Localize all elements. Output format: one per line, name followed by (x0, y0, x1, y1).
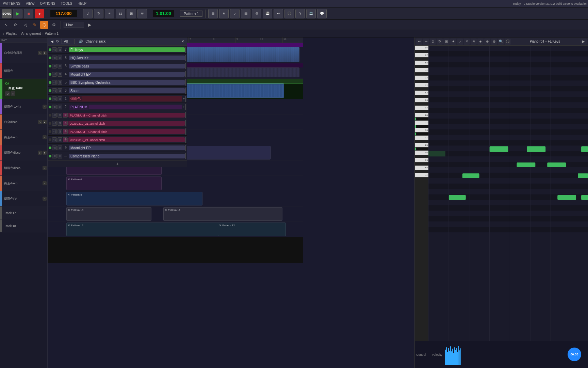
channel-row-4[interactable]: ◁ ◎ 5 BBC Symphony Orchestra (48, 78, 187, 87)
piano-roll-btn[interactable]: ♪ (230, 9, 240, 18)
track-row-0[interactable]: 白金综合科料 ▷ ● (0, 43, 47, 63)
ch-knob-11[interactable]: ⚙ (63, 137, 68, 142)
mixer-btn[interactable]: ≊ (219, 9, 229, 18)
ch-solo-4[interactable]: ◎ (58, 80, 62, 85)
ch-mute-1[interactable]: ◁ (52, 56, 57, 60)
track-row-7[interactable]: 烟雨色disco ◦ (0, 160, 47, 176)
track-ctrl-7[interactable]: ◦ (43, 166, 47, 170)
stop-btn[interactable]: ■ (24, 9, 33, 18)
ch-mute-0[interactable]: ◁ (52, 47, 57, 52)
track-row-11[interactable]: Track 18 (0, 219, 47, 232)
key-E5[interactable]: E5 (415, 143, 428, 148)
breadcrumb-pattern[interactable]: Pattern 1 (45, 32, 59, 35)
ch-mute-8[interactable]: ◁ (52, 113, 57, 118)
vel-bar-2[interactable] (447, 352, 448, 365)
ch-solo-11[interactable]: ◎ (58, 137, 62, 142)
key-Eb5[interactable] (415, 148, 428, 151)
vel-bar-5[interactable] (450, 346, 451, 365)
vel-bar-3[interactable] (448, 348, 449, 365)
pr-redo[interactable]: ↪ (423, 39, 429, 45)
track9-block[interactable]: ✕ Pattern 8 (66, 192, 202, 205)
line-mode-selector[interactable]: Line (64, 22, 84, 28)
vel-bar-8[interactable] (453, 353, 454, 365)
key-B6[interactable]: B6 (415, 61, 428, 65)
plugin-btn[interactable]: ⚙ (252, 9, 261, 18)
pr-wand[interactable]: ✦ (450, 39, 456, 45)
bpm-display[interactable]: 117.000 (50, 10, 77, 17)
key-D7[interactable]: D7 (415, 46, 428, 50)
ch-mute-7[interactable]: ◁ (52, 105, 57, 109)
pr-undo[interactable]: ↩ (416, 39, 422, 45)
note-fs5-1[interactable] (462, 173, 479, 178)
pattern-selector[interactable]: Pattern 1 (180, 11, 203, 17)
save-btn[interactable]: 💾 (263, 9, 272, 18)
track10-block-b[interactable]: ✕ Pattern 11 (163, 207, 282, 221)
track-vol-2[interactable]: ≡ (11, 91, 15, 96)
ch-name-bar-2[interactable]: Simple bass (69, 64, 185, 68)
track-row-8[interactable]: 白金disco ◦ (0, 176, 47, 191)
note-ds5-2[interactable] (557, 195, 576, 200)
ch-mute-5[interactable]: ◁ (52, 88, 57, 93)
grid-btn[interactable]: ⊞ (127, 9, 136, 18)
pr-x[interactable]: ✕ (464, 39, 470, 45)
track8-block[interactable]: ✕ Pattern 6 (66, 177, 162, 190)
key-Bb6[interactable] (415, 65, 428, 68)
ch-name-bar-12[interactable]: Moonlight EP (69, 145, 185, 150)
track-row-5[interactable]: 白金disco ◦ (0, 130, 47, 145)
key-B6s[interactable] (415, 58, 428, 61)
channel-row-6[interactable]: ◁ ◎ 1 烟雨色 + (48, 95, 187, 103)
menu-help[interactable]: HELP (76, 1, 88, 6)
ch-mute-6[interactable]: ◁ (52, 96, 57, 101)
key-F5[interactable]: F5 (415, 136, 428, 140)
key-D5[interactable]: D5 (415, 151, 428, 155)
ch-solo-8[interactable]: ◎ (58, 113, 62, 118)
nudge-btn[interactable]: ◁ (21, 21, 29, 29)
pr-loop[interactable]: ↻ (437, 39, 443, 45)
key-B5[interactable]: B5 (415, 113, 428, 118)
ch-name-bar-10[interactable]: PLATINUM – Channel pitch (68, 129, 185, 134)
chat-btn[interactable]: 💬 (317, 9, 327, 18)
track-row-3[interactable]: 烟雨色 1=F# ◦ (0, 99, 47, 114)
breadcrumb-arrangement[interactable]: Arrangement (21, 32, 41, 35)
key-Gb5[interactable] (415, 133, 428, 136)
computer-btn[interactable]: 💻 (306, 9, 316, 18)
key-C7[interactable]: C7 (415, 53, 428, 58)
channel-row-8[interactable]: ◁ ◎ ⚙ PLATINUM – Channel pitch (48, 111, 187, 119)
key-B4[interactable]: B4 (415, 166, 428, 170)
track10-block-a[interactable]: ✕ Pattern 10 (66, 207, 151, 221)
vel-bar-1[interactable] (446, 347, 447, 365)
ch-solo-5[interactable]: ◎ (58, 88, 62, 93)
track-mute-4[interactable]: ● (43, 120, 47, 124)
key-Ab5[interactable] (415, 125, 428, 128)
channel-row-1[interactable]: ◁ ◎ 8 HQ Jazz Kit (48, 54, 187, 62)
channel-row-13[interactable]: ◁ ◎ — Compressed Piano (48, 152, 187, 160)
channel-rack-btn[interactable]: ⊞ (208, 9, 218, 18)
pr-headphones[interactable]: 🎧 (505, 39, 511, 45)
ch-name-bar-13[interactable]: Compressed Piano (69, 154, 185, 158)
key-Eb6[interactable] (415, 95, 428, 98)
key-Ab6[interactable] (415, 73, 428, 76)
note-grid-container[interactable] (428, 46, 588, 341)
ch-mute-3[interactable]: ◁ (52, 72, 57, 77)
key-C6[interactable]: C6 (415, 106, 428, 110)
ch-name-bar-7[interactable]: PLATINUM (69, 105, 182, 109)
knife-tool[interactable]: ⚙ (50, 21, 58, 29)
track-ctrl-6[interactable]: ▷ (38, 151, 42, 155)
ch-rack-close[interactable]: ✕ (181, 40, 184, 43)
note-as5-3[interactable] (581, 146, 588, 152)
track11-block-b[interactable]: ✕ Pattern 12 (218, 223, 286, 236)
pr-minus[interactable]: ⊖ (491, 39, 497, 45)
key-Db6[interactable] (415, 103, 428, 106)
ch-knob-10[interactable]: ⚙ (63, 129, 68, 134)
vel-bar-13[interactable] (458, 346, 459, 365)
pen-tool[interactable]: ✎ (31, 21, 39, 29)
note-gs5-1[interactable] (517, 163, 535, 167)
ch-knob-9[interactable]: ⚙ (63, 121, 68, 126)
ch-solo-6[interactable]: ◎ (58, 96, 62, 101)
ch-rack-nav-fwd[interactable]: ↻ (56, 40, 59, 43)
pr-magnet[interactable]: ⊞ (443, 39, 450, 45)
snap-btn[interactable]: 32 (116, 9, 125, 18)
ch-knob-8[interactable]: ⚙ (63, 113, 68, 118)
track-ctrl-8[interactable]: ◦ (43, 181, 47, 185)
key-D6[interactable]: D6 (415, 98, 428, 103)
